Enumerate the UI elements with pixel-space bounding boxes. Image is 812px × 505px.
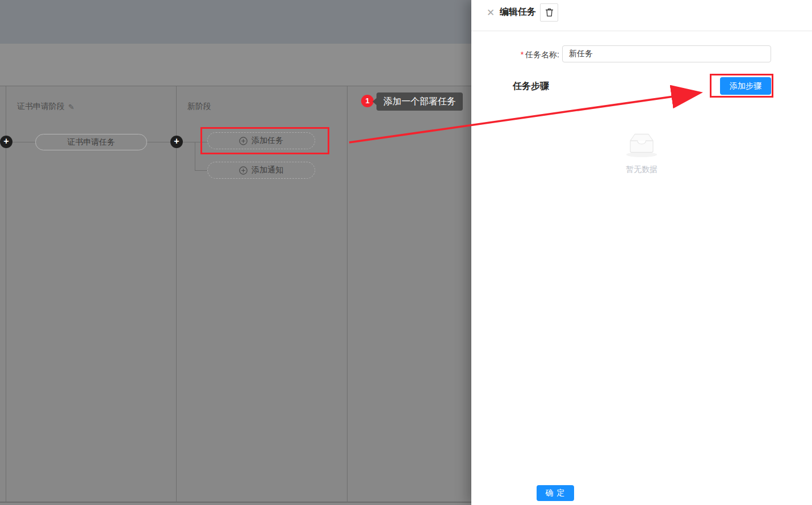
circle-plus-icon xyxy=(239,166,248,175)
edit-stage-icon[interactable]: ✎ xyxy=(68,103,74,111)
empty-state-text: 暂无数据 xyxy=(471,165,812,175)
stage-divider xyxy=(6,86,6,503)
stage-divider xyxy=(176,86,177,503)
task-steps-title: 任务步骤 xyxy=(513,81,549,92)
add-stage-after-button[interactable]: + xyxy=(170,136,183,148)
required-mark: * xyxy=(521,50,524,59)
app-screen: 证书申请阶段 ✎ 新阶段 + + 证书申请任务 添加任务 添加通知 1 添加一个… xyxy=(0,0,812,505)
task-name-label: *任务名称: xyxy=(471,50,559,60)
connector-line xyxy=(147,142,171,142)
stage-title-1: 证书申请阶段 ✎ xyxy=(17,102,74,112)
add-step-button[interactable]: 添加步骤 xyxy=(720,77,771,95)
add-notification-button[interactable]: 添加通知 xyxy=(207,162,315,179)
empty-state: 暂无数据 xyxy=(471,128,812,175)
circle-plus-icon xyxy=(239,137,248,145)
stage-title-text: 证书申请阶段 xyxy=(17,102,65,112)
add-notification-label: 添加通知 xyxy=(252,165,283,175)
empty-box-icon xyxy=(623,128,660,158)
tour-step-badge: 1 xyxy=(361,95,374,107)
connector-line xyxy=(195,170,207,171)
close-icon[interactable]: ✕ xyxy=(485,7,496,19)
tour-tooltip: 添加一个部署任务 xyxy=(376,92,463,111)
stage-divider xyxy=(347,86,348,503)
add-task-label: 添加任务 xyxy=(252,136,283,146)
connector-line xyxy=(195,142,195,170)
stage-title-2: 新阶段 xyxy=(187,102,211,112)
task-name-input[interactable] xyxy=(562,45,771,62)
confirm-button[interactable]: 确 定 xyxy=(537,485,574,501)
task-name-label-text: 任务名称: xyxy=(525,50,559,59)
drawer-header: ✕ 编辑任务 xyxy=(471,0,812,31)
add-task-button[interactable]: 添加任务 xyxy=(207,132,315,149)
drawer-title: 编辑任务 xyxy=(500,6,536,18)
add-stage-before-button[interactable]: + xyxy=(0,136,12,148)
edit-task-drawer: ✕ 编辑任务 *任务名称: 任务步骤 添加步骤 暂无数据 确 定 xyxy=(471,0,812,505)
trash-icon xyxy=(545,8,554,17)
task-node[interactable]: 证书申请任务 xyxy=(35,134,147,150)
stage-title-text: 新阶段 xyxy=(187,102,211,112)
delete-task-button[interactable] xyxy=(540,3,558,22)
